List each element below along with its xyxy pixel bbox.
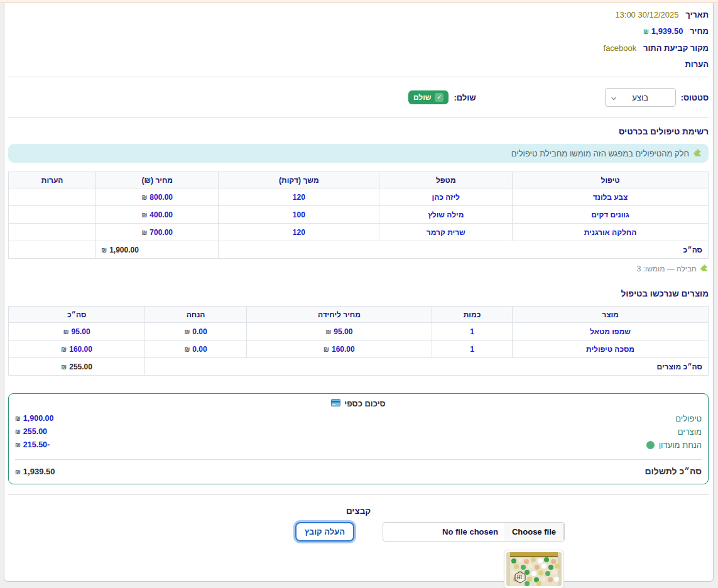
table-row: מסכה טיפולית 1 ₪160.00 ₪0.00 ₪160.00 xyxy=(9,340,709,358)
shekel-icon: ₪ xyxy=(141,194,147,201)
table-row: שמפו מטאל 1 ₪95.00 ₪0.00 ₪95.00 xyxy=(9,323,709,340)
notes-cell xyxy=(9,224,96,241)
products-table: מוצר כמות מחיר ליחידה הנחה סה״כ שמפו מטא… xyxy=(8,306,709,376)
summary-discount-value: ₪215.50- xyxy=(15,438,50,452)
col-product: מוצר xyxy=(513,307,709,323)
status-row: סטטוס: בוצע שולם: ✓ שולם xyxy=(8,81,709,114)
shekel-icon: ₪ xyxy=(101,247,107,254)
no-file-chosen-text: No file chosen xyxy=(436,523,504,541)
treatment-name: החלקה אורגנית xyxy=(513,224,709,241)
notes-label: הערות xyxy=(685,60,709,69)
thumbnail-logo: HL xyxy=(515,572,525,583)
puzzle-icon xyxy=(700,264,709,274)
source-label: מקור קביעת התור xyxy=(643,43,709,53)
summary-treatments-label: טיפולים xyxy=(675,412,702,425)
unit-price-value: ₪95.00 xyxy=(246,323,432,340)
summary-row-treatments: טיפולים ₪1,900.00 xyxy=(15,412,702,425)
file-input[interactable]: Choose file No file chosen xyxy=(383,522,565,542)
price-value: ₪400.00 xyxy=(96,206,219,224)
row-total-value: ₪160.00 xyxy=(9,340,145,358)
upload-file-button[interactable]: העלה קובץ xyxy=(295,522,354,542)
treatments-header-row: טיפול מטפל משך (דקות) מחיר (₪) הערות xyxy=(9,172,709,188)
choose-file-button[interactable]: Choose file xyxy=(504,523,564,541)
qty-value: 1 xyxy=(432,340,512,358)
divider xyxy=(15,459,702,460)
shekel-icon: ₪ xyxy=(15,412,21,425)
col-qty: כמות xyxy=(432,307,512,323)
divider xyxy=(8,494,709,495)
product-name: מסכה טיפולית xyxy=(513,340,709,358)
package-redeemed-text: חבילה — מומשו: 3 xyxy=(637,264,697,273)
package-info-text: חלק מהטיפולים במפגש הזה מומשו מחבילת טיפ… xyxy=(511,149,689,158)
status-select[interactable]: בוצע xyxy=(605,88,676,107)
row-total-value: ₪95.00 xyxy=(9,323,145,340)
shekel-icon: ₪ xyxy=(184,346,190,353)
paid-badge-text: שולם xyxy=(413,93,432,102)
duration-value: 120 xyxy=(219,188,379,206)
credit-card-icon xyxy=(331,399,340,408)
summary-treatments-value: ₪1,900.00 xyxy=(15,412,54,425)
financial-summary-card: סיכום כספי טיפולים ₪1,900.00 מוצרים ₪255… xyxy=(8,393,709,484)
shekel-icon: ₪ xyxy=(643,24,649,40)
shekel-icon: ₪ xyxy=(324,346,329,353)
status-selected-value: בוצע xyxy=(632,93,648,102)
summary-total-label: סה״כ לתשלום xyxy=(645,466,702,476)
shekel-icon: ₪ xyxy=(15,425,21,438)
shekel-icon: ₪ xyxy=(63,329,69,335)
paid-badge[interactable]: ✓ שולם xyxy=(408,90,449,104)
product-name: שמפו מטאל xyxy=(513,323,709,340)
package-redeemed-note: חבילה — מומשו: 3 xyxy=(8,264,709,274)
therapist-name: שרית קרמר xyxy=(379,224,513,241)
products-total-label: סה״כ מוצרים xyxy=(145,358,709,376)
summary-total-row: סה״כ לתשלום ₪1,939.50 xyxy=(15,466,702,476)
club-discount-indicator-icon xyxy=(646,441,655,449)
date-value: 13:00 30/12/2025 xyxy=(615,7,678,23)
summary-discount-label-text: הנחת מועדון xyxy=(659,438,702,452)
discount-value: ₪0.00 xyxy=(145,323,247,340)
duration-value: 100 xyxy=(219,206,379,224)
summary-discount-label: הנחת מועדון xyxy=(646,438,702,452)
divider xyxy=(8,77,709,77)
notes-row: הערות xyxy=(8,57,709,73)
price-row: מחיר ₪1,939.50 xyxy=(8,23,709,40)
puzzle-icon xyxy=(694,148,702,159)
unit-price-value: ₪160.00 xyxy=(246,340,432,358)
products-section-title: מוצרים שנרכשו בטיפול xyxy=(8,289,709,298)
treatments-total-row: סה״כ ₪1,900.00 xyxy=(9,241,709,259)
col-therapist: מטפל xyxy=(379,172,513,188)
file-thumbnail[interactable]: HL xyxy=(504,550,564,588)
paid-group: שולם: ✓ שולם xyxy=(408,90,476,104)
col-duration: משך (דקות) xyxy=(219,172,379,188)
summary-title-text: סיכום כספי xyxy=(344,399,385,408)
col-price: מחיר (₪) xyxy=(96,172,219,188)
products-total-row: סה״כ מוצרים ₪255.00 xyxy=(9,358,709,376)
date-label: תאריך xyxy=(685,10,709,19)
duration-value: 120 xyxy=(219,224,379,241)
shekel-icon: ₪ xyxy=(141,212,147,219)
notes-cell xyxy=(9,188,96,206)
treatment-name: צבע בלונד xyxy=(513,188,709,206)
shekel-icon: ₪ xyxy=(15,438,21,452)
therapist-name: ליזה כהן xyxy=(379,188,513,206)
shekel-icon: ₪ xyxy=(61,364,67,371)
shekel-icon: ₪ xyxy=(141,229,147,236)
table-row: צבע בלונד ליזה כהן 120 ₪800.00 xyxy=(9,188,709,206)
table-row: החלקה אורגנית שרית קרמר 120 ₪700.00 xyxy=(9,224,709,241)
chevron-down-icon xyxy=(611,94,617,104)
summary-row-club-discount: הנחת מועדון ₪215.50- xyxy=(15,438,702,452)
treatment-name: גוונים דקים xyxy=(513,206,709,224)
checkmark-icon: ✓ xyxy=(435,93,443,102)
paid-label: שולם: xyxy=(454,93,476,102)
date-row: תאריך 13:00 30/12/2025 xyxy=(8,7,709,23)
products-total-value: ₪255.00 xyxy=(9,358,145,376)
price-value: ₪700.00 xyxy=(96,224,219,241)
qty-value: 1 xyxy=(432,323,512,340)
shekel-icon: ₪ xyxy=(325,329,331,335)
discount-value: ₪0.00 xyxy=(145,340,247,358)
treatments-section-title: רשימת טיפולים בכרטיס xyxy=(8,127,709,136)
appointment-card-page: תאריך 13:00 30/12/2025 מחיר ₪1,939.50 מק… xyxy=(0,0,718,588)
summary-products-label: מוצרים xyxy=(678,425,702,438)
files-section-title: קבצים xyxy=(8,506,709,516)
price-label: מחיר xyxy=(690,26,709,36)
products-header-row: מוצר כמות מחיר ליחידה הנחה סה״כ xyxy=(9,307,709,323)
